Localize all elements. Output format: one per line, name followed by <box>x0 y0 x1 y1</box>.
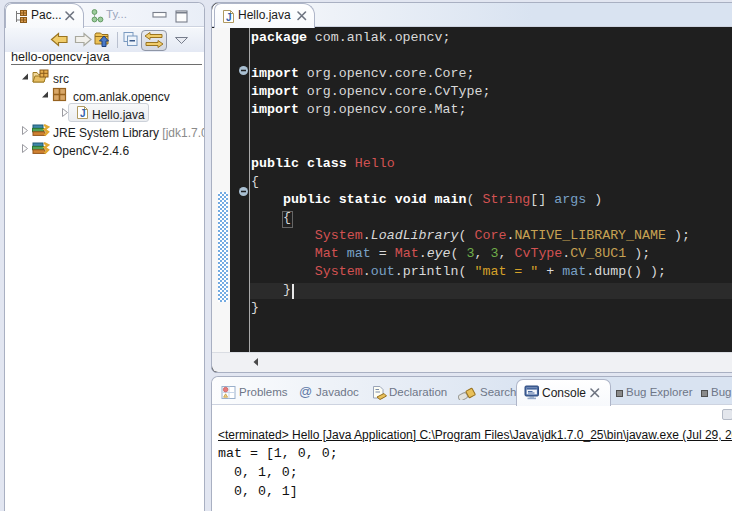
svg-text:J: J <box>226 12 232 23</box>
svg-text:J: J <box>80 108 86 119</box>
